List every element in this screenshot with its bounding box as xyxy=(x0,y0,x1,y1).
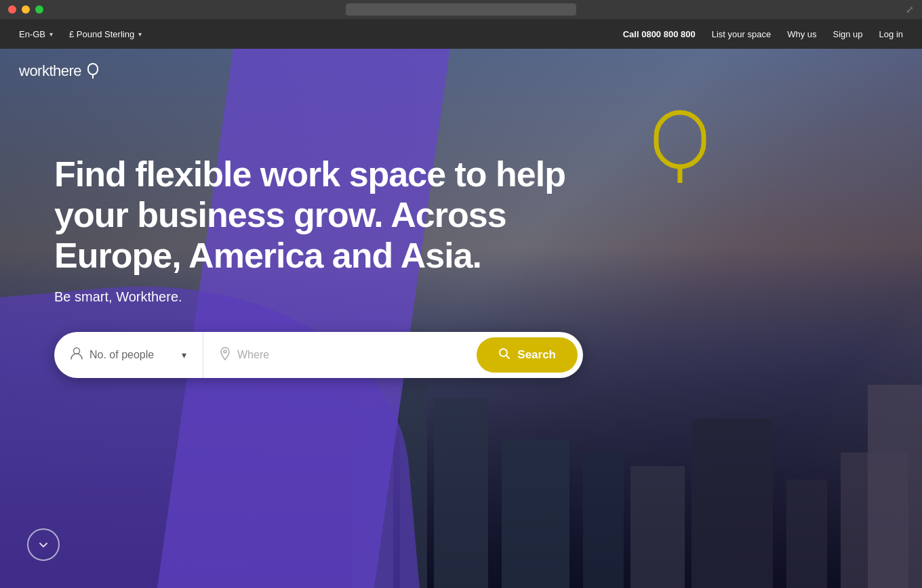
search-button[interactable]: Search xyxy=(477,337,578,373)
locale-label: En-GB xyxy=(19,29,45,39)
people-label: No. of people xyxy=(89,349,175,361)
currency-chevron-icon: ▾ xyxy=(138,30,142,38)
logo-pin-icon xyxy=(87,63,99,79)
logo[interactable]: workthere xyxy=(19,62,99,80)
svg-line-7 xyxy=(506,356,510,359)
scroll-down-button[interactable] xyxy=(27,528,60,561)
sign-up-link[interactable]: Sign up xyxy=(833,29,862,39)
window-resize-icon: ⤢ xyxy=(906,4,914,15)
list-space-link[interactable]: List your space xyxy=(712,29,771,39)
locale-dropdown[interactable]: En-GB ▾ xyxy=(19,29,53,39)
person-icon xyxy=(71,347,83,364)
nav-left: En-GB ▾ £ Pound Sterling ▾ xyxy=(19,29,142,39)
top-navigation: En-GB ▾ £ Pound Sterling ▾ Call 0800 800… xyxy=(0,19,922,49)
address-bar[interactable] xyxy=(346,3,576,16)
log-in-link[interactable]: Log in xyxy=(879,29,903,39)
mac-minimize-dot[interactable] xyxy=(22,5,30,14)
svg-point-5 xyxy=(224,350,226,353)
search-label: Search xyxy=(517,348,556,362)
mac-close-dot[interactable] xyxy=(8,5,16,14)
svg-rect-2 xyxy=(656,112,704,167)
svg-rect-0 xyxy=(88,64,98,75)
people-selector[interactable]: No. of people ▾ xyxy=(54,332,203,378)
yellow-pin-decoration xyxy=(651,107,719,188)
currency-label: £ Pound Sterling xyxy=(69,29,134,39)
search-icon xyxy=(498,348,510,362)
svg-point-4 xyxy=(74,348,80,354)
mac-maximize-dot[interactable] xyxy=(35,5,43,14)
hero-subtitle: Be smart, Workthere. xyxy=(54,289,583,305)
location-icon xyxy=(220,347,230,364)
where-input[interactable] xyxy=(237,349,455,361)
phone-link[interactable]: Call 0800 800 800 xyxy=(623,29,696,39)
logo-text: workthere xyxy=(19,62,81,80)
why-us-link[interactable]: Why us xyxy=(787,29,816,39)
search-bar: No. of people ▾ xyxy=(54,332,583,378)
currency-dropdown[interactable]: £ Pound Sterling ▾ xyxy=(69,29,142,39)
where-field xyxy=(203,332,471,378)
main-header: workthere xyxy=(0,49,922,93)
mac-titlebar: ⤢ xyxy=(0,0,922,19)
hero-title: Find flexible work space to help your bu… xyxy=(54,154,583,276)
page: En-GB ▾ £ Pound Sterling ▾ Call 0800 800… xyxy=(0,19,922,588)
people-chevron-icon: ▾ xyxy=(182,350,186,360)
locale-chevron-icon: ▾ xyxy=(49,30,53,38)
nav-right: Call 0800 800 800 List your space Why us… xyxy=(623,29,903,39)
hero-content: Find flexible work space to help your bu… xyxy=(54,154,583,378)
